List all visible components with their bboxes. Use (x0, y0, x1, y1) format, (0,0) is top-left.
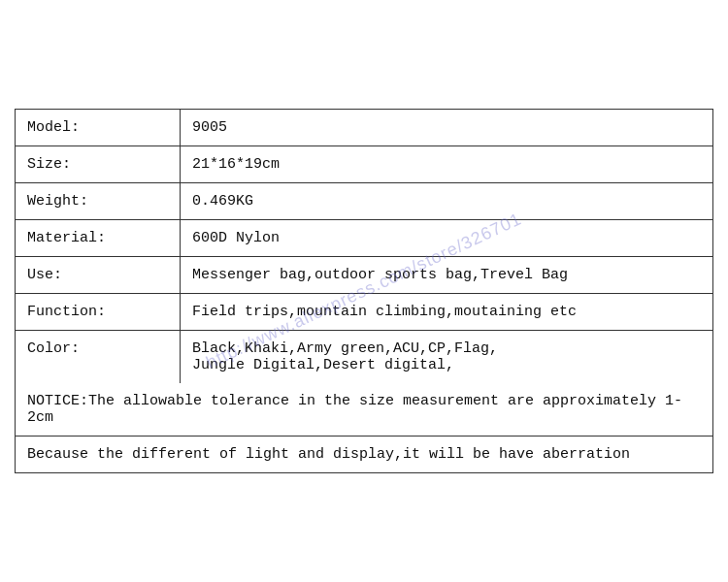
row-value: 0.469KG (181, 183, 713, 220)
table-row: Material:600D Nylon (16, 220, 713, 257)
row-value: Messenger bag,outdoor sports bag,Trevel … (181, 257, 713, 294)
row-label: Model: (16, 110, 181, 146)
table-row: Size:21*16*19cm (16, 146, 713, 183)
table-row: Use:Messenger bag,outdoor sports bag,Tre… (16, 257, 713, 294)
table-row: Weight:0.469KG (16, 183, 713, 220)
product-info-wrapper: http://www.aliexpress.com/store/326701 M… (15, 109, 713, 473)
table-row: Model:9005 (16, 110, 713, 146)
row-label: Function: (16, 294, 181, 331)
row-label: Use: (16, 257, 181, 294)
row-label: Material: (16, 220, 181, 257)
product-table: Model:9005Size:21*16*19cmWeight:0.469KGM… (15, 109, 713, 473)
table-row: Function:Field trips,mountain climbing,m… (16, 294, 713, 331)
row-value: 600D Nylon (181, 220, 713, 257)
row-value: 21*16*19cm (181, 146, 713, 183)
row-label: Color: (16, 331, 181, 384)
table-row: Color:Black,Khaki,Army green,ACU,CP,Flag… (16, 331, 713, 384)
notice-row-2: Because the different of light and displ… (16, 436, 713, 473)
row-value: 9005 (181, 110, 713, 146)
row-value: Field trips,mountain climbing,moutaining… (181, 294, 713, 331)
notice-text-2: Because the different of light and displ… (16, 436, 713, 473)
notice-row-1: NOTICE:The allowable tolerance in the si… (16, 383, 713, 436)
row-label: Weight: (16, 183, 181, 220)
notice-text-1: NOTICE:The allowable tolerance in the si… (16, 383, 713, 436)
row-label: Size: (16, 146, 181, 183)
row-value: Black,Khaki,Army green,ACU,CP,Flag, Jung… (181, 331, 713, 384)
